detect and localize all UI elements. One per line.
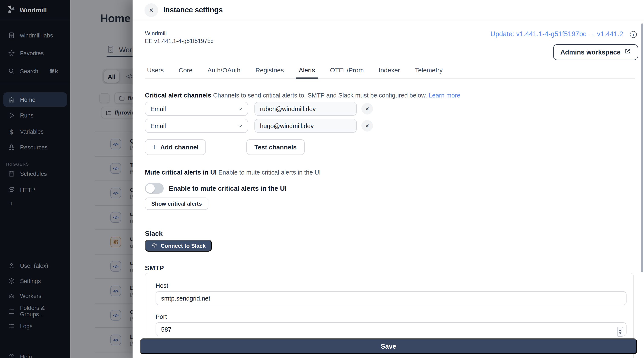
sidebar-dim-overlay [0, 0, 70, 358]
show-critical-alerts-button[interactable]: Show critical alerts [145, 197, 208, 210]
tab-otel-prom[interactable]: OTEL/Prom [329, 66, 364, 78]
stepper-down-icon [619, 333, 622, 334]
remove-channel-button[interactable]: ✕ [362, 120, 373, 132]
close-icon: ✕ [365, 123, 369, 129]
connect-to-slack-label: Connect to Slack [161, 242, 206, 249]
instance-settings-drawer: ✕ Instance settings Windmill EE v1.441.1… [132, 0, 644, 358]
host-label: Host [156, 282, 168, 289]
mute-heading: Mute critical alerts in UI Enable to mut… [145, 169, 321, 176]
learn-more-link[interactable]: Learn more [429, 92, 460, 99]
test-channels-button[interactable]: Test channels [246, 139, 305, 155]
add-channel-label: Add channel [160, 144, 198, 151]
app-window: Windmill windmill-labs Favorites Search … [0, 0, 644, 358]
tab-auth-oauth[interactable]: Auth/OAuth [206, 66, 241, 78]
tab-telemetry[interactable]: Telemetry [414, 66, 444, 78]
chevron-down-icon [238, 106, 243, 112]
channel-type-value: Email [150, 122, 166, 129]
smtp-host-input[interactable] [156, 291, 626, 305]
settings-tabs: Users Core Auth/OAuth Registries Alerts … [145, 66, 635, 79]
channel-email-input[interactable] [254, 119, 357, 133]
tab-indexer[interactable]: Indexer [378, 66, 401, 78]
tab-registries[interactable]: Registries [255, 66, 285, 78]
critical-alerts-title: Critical alert channels [145, 92, 212, 99]
channel-email-input[interactable] [254, 102, 357, 116]
drawer-backdrop[interactable] [70, 0, 132, 358]
test-channels-label: Test channels [254, 144, 297, 151]
plus-icon: + [152, 143, 156, 151]
channel-type-select[interactable]: Email [145, 119, 248, 133]
mute-title: Mute critical alerts in UI [145, 169, 217, 176]
stepper-up-icon [619, 330, 622, 331]
tab-users[interactable]: Users [146, 66, 164, 78]
close-button[interactable]: ✕ [144, 3, 158, 17]
slack-icon [151, 242, 157, 249]
admins-workspace-label: Admins workspace [560, 48, 620, 56]
channel-type-value: Email [150, 105, 166, 112]
smtp-port-input[interactable] [156, 322, 626, 336]
critical-alerts-description: Channels to send critical alerts to. SMT… [213, 92, 427, 99]
port-label: Port [156, 313, 167, 320]
slack-heading: Slack [145, 230, 163, 237]
number-stepper[interactable] [617, 327, 623, 337]
close-icon: ✕ [365, 106, 369, 112]
remove-channel-button[interactable]: ✕ [362, 103, 373, 115]
drawer-title: Instance settings [163, 5, 223, 14]
info-icon[interactable]: i [630, 31, 637, 38]
smtp-heading: SMTP [145, 264, 164, 272]
toggle-knob [146, 184, 155, 193]
drawer-header: ✕ Instance settings [132, 0, 644, 20]
admins-workspace-button[interactable]: Admins workspace [553, 44, 638, 60]
critical-alerts-heading: Critical alert channels Channels to send… [145, 92, 460, 99]
chevron-down-icon [238, 123, 243, 129]
instance-name: Windmill [145, 30, 213, 37]
scrollbar-thumb[interactable] [641, 23, 643, 272]
close-icon: ✕ [149, 7, 154, 14]
update-link[interactable]: Update: v1.441.1-4-g51f5197bc → v1.441.2 [490, 30, 623, 38]
add-channel-button[interactable]: + Add channel [145, 139, 206, 155]
mute-toggle-label: Enable to mute critical alerts in the UI [169, 185, 286, 192]
mute-description: Enable to mute critical alerts in the UI [218, 169, 321, 176]
instance-version-string: EE v1.441.1-4-g51f5197bc [145, 37, 213, 45]
mute-toggle[interactable] [145, 183, 164, 194]
instance-version: Windmill EE v1.441.1-4-g51f5197bc [145, 30, 213, 45]
connect-to-slack-button[interactable]: Connect to Slack [145, 240, 212, 252]
channel-type-select[interactable]: Email [145, 102, 248, 116]
save-button[interactable]: Save [140, 339, 637, 354]
tab-alerts[interactable]: Alerts [298, 66, 316, 78]
tab-core[interactable]: Core [178, 66, 193, 78]
external-link-icon [624, 48, 631, 56]
